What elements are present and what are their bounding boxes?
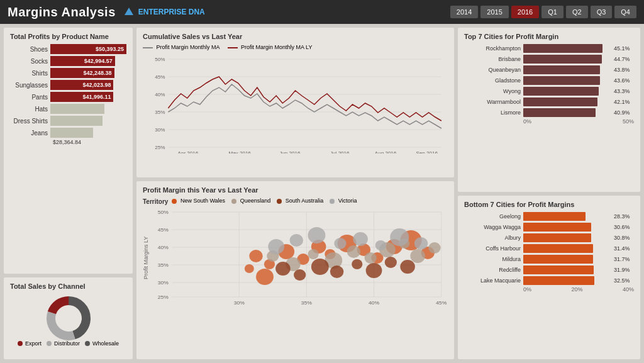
svg-text:Apr 2016: Apr 2016	[178, 150, 199, 154]
city-bar	[523, 65, 600, 74]
city-label: Lismore	[464, 109, 521, 116]
brand-icon	[123, 6, 135, 18]
svg-text:25%: 25%	[157, 294, 169, 301]
profit-margin-scatter-card: Profit Margin this Year vs Last Year Ter…	[136, 181, 454, 359]
year-2016-button[interactable]: 2016	[511, 6, 539, 18]
svg-point-69	[311, 259, 329, 275]
distributor-dot	[47, 341, 52, 346]
y-axis-label: Profit Margins LY	[143, 209, 152, 306]
profit-bar	[50, 116, 103, 126]
city-label: Gladstone	[464, 77, 521, 84]
left-column: Total Profits by Product Name Shoes$50,3…	[4, 28, 133, 359]
distributor-label: Distributor	[54, 340, 80, 347]
profit-row: Hats$35,848.20	[10, 104, 126, 114]
svg-point-73	[384, 257, 396, 268]
year-2014-button[interactable]: 2014	[450, 6, 478, 18]
city-value: 45.1%	[614, 45, 634, 52]
city-bar	[523, 223, 591, 232]
scatter-legend: New South Wales Queensland South Austral…	[172, 198, 357, 204]
city-bar-wrap	[523, 98, 611, 106]
profit-bar-wrap: $50,393.25	[50, 44, 126, 54]
city-label: Wyong	[464, 88, 521, 94]
svg-text:40%: 40%	[157, 245, 169, 251]
profit-bar-wrap: $28,364.84	[50, 128, 126, 138]
profit-row: Shoes$50,393.25	[10, 44, 126, 54]
svg-point-56	[256, 269, 274, 285]
profit-label: Shoes	[10, 46, 48, 53]
profit-bar-wrap: $35,848.20	[50, 104, 126, 114]
vic-label: Victoria	[338, 198, 357, 204]
profit-bar-wrap: $34,816.64	[50, 116, 126, 126]
city-bar-wrap	[523, 44, 611, 53]
bottom7-x-1: 20%	[571, 286, 582, 293]
city-row: Wyong43.3%	[464, 87, 634, 96]
profit-bar-value: $50,393.25	[96, 46, 124, 52]
top7-cities-title: Top 7 Cities for Profit Margin	[464, 33, 634, 40]
svg-point-62	[364, 252, 376, 264]
profit-row: Sunglasses$42,023.98	[10, 80, 126, 90]
svg-text:35%: 35%	[157, 262, 169, 269]
sa-dot	[277, 199, 282, 204]
wholesale-dot	[85, 341, 90, 346]
svg-point-75	[268, 239, 284, 254]
svg-point-72	[365, 263, 382, 278]
city-label: Albury	[464, 235, 521, 241]
city-bar-wrap	[523, 265, 611, 274]
qld-label: Queensland	[240, 198, 271, 204]
profit-bar-value: $42,994.57	[84, 58, 113, 64]
profit-margin-scatter-title: Profit Margin this Year vs Last Year	[143, 186, 448, 194]
svg-point-81	[390, 228, 409, 246]
scatter-chart-container: Profit Margins LY	[143, 209, 448, 306]
svg-point-65	[410, 249, 425, 263]
profit-label: Jeans	[10, 130, 48, 137]
svg-point-82	[414, 237, 427, 250]
profits-by-product-card: Total Profits by Product Name Shoes$50,3…	[4, 28, 133, 274]
bottom7-x-2: 40%	[623, 286, 634, 293]
city-row: Albury30.8%	[464, 233, 634, 242]
city-value: 31.7%	[614, 256, 634, 262]
city-value: 28.3%	[614, 213, 634, 220]
svg-point-78	[334, 238, 346, 249]
top7-x-labels: 0% 50%	[464, 118, 634, 125]
city-bar	[523, 87, 599, 96]
city-value: 32.5%	[614, 277, 634, 284]
svg-text:45%: 45%	[155, 74, 165, 80]
middle-column: Cumulative Sales vs Last Year Profit Mar…	[136, 28, 454, 359]
q1-button[interactable]: Q1	[541, 6, 564, 18]
sa-label: South Australia	[286, 198, 324, 204]
profit-bar-wrap: $42,023.98	[50, 80, 126, 90]
q3-button[interactable]: Q3	[591, 6, 613, 18]
city-bar-wrap	[523, 55, 611, 64]
profit-row: Dress Shirts$34,816.64	[10, 116, 126, 126]
city-bar	[523, 212, 586, 221]
svg-text:Aug 2016: Aug 2016	[375, 150, 397, 154]
city-bar	[523, 255, 593, 264]
q4-button[interactable]: Q4	[614, 6, 636, 18]
city-row: Coffs Harbour31.4%	[464, 244, 634, 253]
city-bar	[523, 76, 600, 85]
svg-text:45%: 45%	[157, 227, 169, 233]
legend-ma-ly: Profit Margin Monthly MA LY	[228, 44, 313, 50]
svg-marker-0	[125, 8, 133, 15]
ma-ly-label: Profit Margin Monthly MA LY	[241, 44, 312, 50]
donut-chart: Export Distributor Wholesale	[10, 294, 126, 349]
brand-label: ENTERPRISE DNA	[138, 8, 205, 16]
profit-bar-value-outside: $28,364.84	[53, 139, 81, 145]
top7-cities-card: Top 7 Cities for Profit Margin Rockhampt…	[458, 28, 640, 192]
profit-bar: $42,248.38	[50, 68, 114, 78]
q2-button[interactable]: Q2	[566, 6, 588, 18]
svg-text:Jul 2016: Jul 2016	[330, 150, 350, 154]
legend-ma: Profit Margin Monthly MA	[143, 44, 220, 50]
main-content: Total Profits by Product Name Shoes$50,3…	[0, 24, 644, 363]
city-bar-wrap	[523, 76, 611, 85]
city-value: 43.6%	[614, 77, 634, 84]
svg-point-55	[244, 264, 253, 273]
city-bar-wrap	[523, 212, 611, 221]
scatter-legend-row: Territory New South Wales Queensland	[143, 198, 448, 206]
year-2015-button[interactable]: 2015	[480, 6, 508, 18]
city-bar-wrap	[523, 108, 611, 117]
profit-bar: $42,994.57	[50, 56, 115, 66]
profit-bar: $50,393.25	[50, 44, 126, 54]
svg-point-67	[275, 262, 291, 276]
page-title: Margins Analysis	[8, 5, 116, 20]
